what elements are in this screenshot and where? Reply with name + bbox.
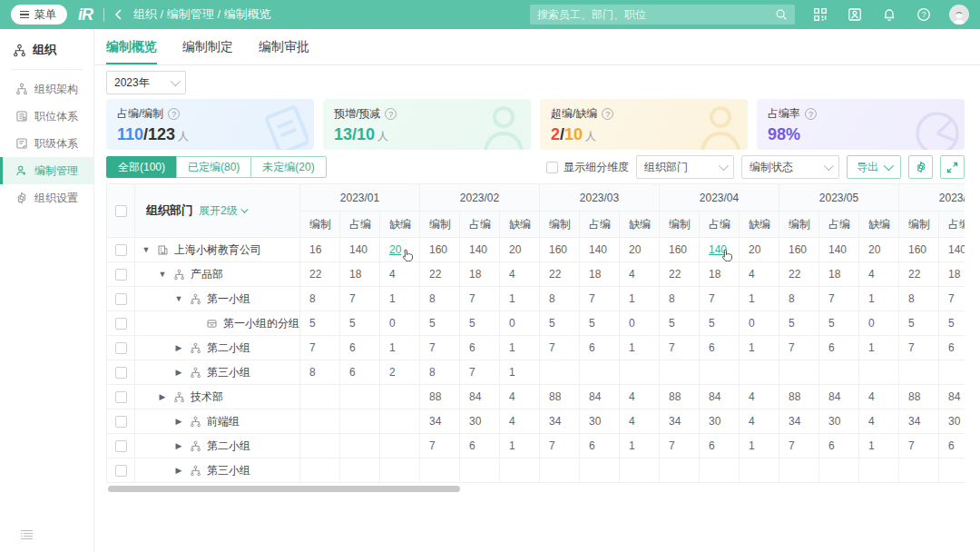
row-checkbox[interactable]: [115, 318, 127, 330]
org-name[interactable]: 上海小树教育公司: [174, 242, 261, 258]
row-checkbox[interactable]: [115, 244, 127, 256]
value-cell: 5: [460, 311, 500, 336]
org-name[interactable]: 第二小组: [207, 439, 250, 454]
sidebar-item-position-system[interactable]: 职位体系: [0, 103, 93, 130]
caret-right[interactable]: ▶: [173, 417, 184, 426]
segment-defined[interactable]: 已定编(80): [176, 156, 251, 178]
row-checkbox[interactable]: [115, 465, 127, 477]
value-cell: 6: [819, 434, 859, 458]
value-cell: 2: [380, 360, 420, 385]
value-cell: [380, 385, 420, 409]
sidebar-section-org: 组织: [0, 29, 93, 67]
notifications-button[interactable]: [880, 5, 898, 24]
caret-right[interactable]: ▶: [173, 441, 184, 450]
table-settings-button[interactable]: [908, 155, 933, 179]
drilldown-link[interactable]: 140: [709, 243, 727, 256]
row-checkbox[interactable]: [115, 342, 127, 354]
month-header: 2023/06: [899, 184, 965, 212]
value-cell: 84: [580, 385, 620, 409]
headcount-status-dropdown[interactable]: 编制状态: [741, 155, 839, 179]
org-name[interactable]: 第三小组: [207, 463, 250, 478]
info-icon[interactable]: ?: [602, 108, 613, 120]
select-all-checkbox[interactable]: [115, 205, 127, 217]
global-search-input[interactable]: 搜索员工、部门、职位: [530, 5, 795, 25]
help-button[interactable]: ?: [915, 5, 933, 24]
tab-headcount-planning[interactable]: 编制制定: [182, 29, 233, 64]
caret-down[interactable]: ▼: [173, 294, 184, 303]
value-cell: 4: [859, 262, 899, 287]
chevron-down-icon: [240, 205, 248, 212]
value-cell: 7: [819, 287, 859, 311]
info-icon[interactable]: ?: [385, 108, 397, 120]
caret-right[interactable]: ▶: [173, 343, 184, 352]
value-cell[interactable]: 140: [700, 238, 740, 262]
qr-code-button[interactable]: [811, 5, 829, 24]
info-icon[interactable]: ?: [805, 108, 817, 120]
org-name[interactable]: 第一小组: [207, 291, 250, 307]
table-row: ▶技术部888448884488844888448884: [107, 385, 965, 409]
sidebar-item-headcount-management[interactable]: 编制管理: [0, 157, 93, 184]
fullscreen-button[interactable]: [940, 155, 965, 179]
org-name[interactable]: 第二小组: [207, 340, 250, 356]
info-icon[interactable]: ?: [168, 108, 180, 120]
metric-header: 编制: [420, 212, 460, 238]
sidebar-item-rank-system[interactable]: 职级体系: [0, 130, 93, 157]
value-cell: 7: [700, 287, 740, 311]
value-cell: 30: [580, 409, 620, 434]
value-cell: 88: [779, 385, 819, 409]
segment-all[interactable]: 全部(100): [106, 156, 177, 178]
segment-undefined[interactable]: 未定编(20): [250, 156, 326, 178]
year-select-value: 2023年: [114, 75, 150, 91]
row-checkbox[interactable]: [115, 440, 127, 452]
org-name[interactable]: 前端组: [207, 414, 240, 429]
value-cell[interactable]: 20: [380, 238, 420, 262]
department-dropdown[interactable]: 组织部门: [636, 155, 734, 179]
tab-headcount-overview[interactable]: 编制概览: [106, 29, 157, 64]
year-select[interactable]: 2023年: [106, 71, 186, 94]
value-cell: 4: [859, 409, 899, 434]
chevron-down-icon: [884, 161, 894, 171]
value-cell: 1: [620, 434, 660, 458]
metric-header: 缺编: [740, 212, 779, 238]
org-name[interactable]: 第一小组的分组: [223, 316, 299, 331]
row-checkbox[interactable]: [115, 367, 127, 379]
value-cell: 0: [859, 311, 899, 336]
value-cell: 84: [700, 385, 740, 409]
contacts-button[interactable]: [846, 5, 864, 24]
export-button[interactable]: 导出: [847, 155, 901, 179]
sidebar-item-org-settings[interactable]: 组织设置: [0, 184, 93, 212]
caret-right[interactable]: ▶: [173, 368, 184, 377]
menu-button[interactable]: 菜单: [11, 5, 67, 25]
value-cell: 1: [620, 336, 660, 360]
row-checkbox[interactable]: [115, 391, 127, 403]
org-name[interactable]: 第三小组: [207, 365, 250, 380]
tab-headcount-approval[interactable]: 编制审批: [259, 29, 309, 64]
sidebar-collapse-button[interactable]: [20, 529, 34, 543]
caret-right[interactable]: ▶: [173, 466, 184, 475]
value-cell: 7: [660, 434, 700, 458]
value-cell: 5: [420, 311, 460, 336]
sidebar-item-label: 组织架构: [34, 82, 78, 97]
user-avatar[interactable]: [949, 5, 969, 25]
row-checkbox[interactable]: [115, 293, 127, 305]
value-cell: [340, 385, 380, 409]
show-subdimension-checkbox[interactable]: [546, 162, 558, 173]
row-checkbox[interactable]: [115, 416, 127, 428]
horizontal-scrollbar-thumb[interactable]: [108, 486, 460, 492]
expand-levels-link[interactable]: 展开2级: [199, 203, 246, 219]
org-name[interactable]: 产品部: [191, 267, 223, 282]
drilldown-link[interactable]: 20: [389, 243, 401, 256]
org-tree-cell: ▶技术部: [135, 385, 300, 409]
caret-right[interactable]: ▶: [157, 392, 168, 401]
value-cell: 6: [580, 434, 620, 458]
card-occupied-vs-headcount: 占编/编制? 110/123人: [106, 99, 314, 150]
caret-down[interactable]: ▼: [141, 245, 152, 254]
sidebar-item-org-structure[interactable]: 组织架构: [0, 75, 93, 103]
back-button[interactable]: [113, 9, 124, 20]
value-cell: [859, 458, 899, 483]
row-checkbox[interactable]: [115, 269, 127, 281]
org-name[interactable]: 技术部: [191, 389, 223, 405]
caret-down[interactable]: ▼: [157, 270, 168, 279]
app-logo: iR: [76, 5, 94, 25]
value-cell: 8: [420, 287, 460, 311]
